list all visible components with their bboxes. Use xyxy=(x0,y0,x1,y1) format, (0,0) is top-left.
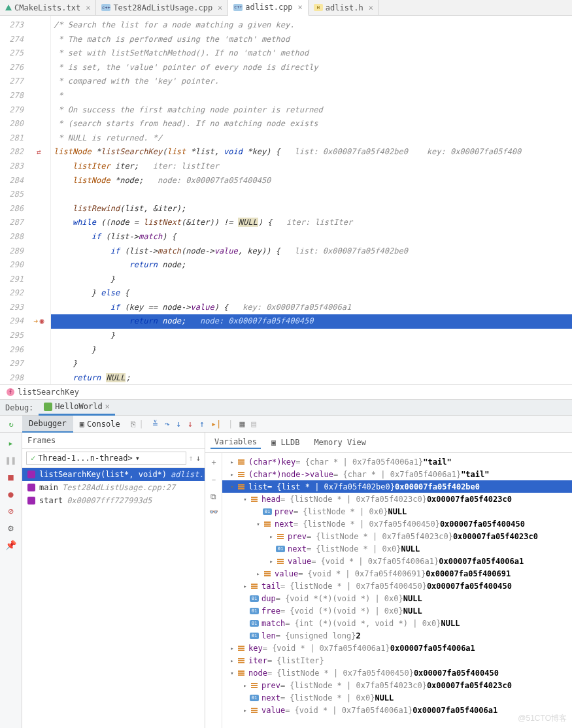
marker-row[interactable] xyxy=(27,301,50,315)
lldb-tab[interactable]: ▣ LLDB xyxy=(267,437,303,448)
duplicate-icon[interactable]: ⧉ xyxy=(210,492,216,501)
expand-icon[interactable]: ▾ xyxy=(254,521,263,527)
debugger-tab[interactable]: Debugger xyxy=(22,416,73,433)
marker-row[interactable] xyxy=(27,202,50,216)
variable-node[interactable]: ▸value = {void * | 0x7fa05f4006a1} 0x000… xyxy=(222,555,572,567)
variable-node[interactable]: ▸value = {void * | 0x7fa05f400691} 0x000… xyxy=(222,567,572,580)
variable-node[interactable]: ▾node = {listNode * | 0x7fa05f400450} 0x… xyxy=(222,667,572,679)
marker-row[interactable] xyxy=(27,61,50,75)
debug-config-tab[interactable]: HelloWorld × xyxy=(39,399,114,416)
expand-icon[interactable]: ▸ xyxy=(241,682,250,689)
code-line[interactable]: if (key == node->value) { key: 0x00007fa… xyxy=(51,301,572,315)
variable-node[interactable]: 01free = {void (*)(void *) | 0x0} NULL xyxy=(222,604,572,617)
stack-frame[interactable]: start 0x00007fff727993d5 xyxy=(22,494,205,507)
variable-node[interactable]: ▸(char*)node->value = {char * | 0x7fa05f… xyxy=(222,468,572,480)
marker-row[interactable] xyxy=(27,216,50,230)
code-line[interactable]: if (list->match) { xyxy=(51,230,572,244)
marker-row[interactable] xyxy=(27,329,50,343)
marker-row[interactable] xyxy=(27,46,50,61)
file-tab[interactable]: c++adlist.cpp× xyxy=(228,0,308,16)
code-line[interactable]: } else { xyxy=(51,286,572,301)
stack-frame[interactable]: listSearchKey(list*, void*) adlist.cpp xyxy=(22,468,205,481)
expand-icon[interactable]: ▸ xyxy=(267,533,276,540)
code-line[interactable] xyxy=(51,188,572,202)
code-line[interactable]: * NULL is returned. */ xyxy=(51,131,572,146)
code-line[interactable]: * compared with the 'key' pointer. xyxy=(51,74,572,89)
marker-row[interactable] xyxy=(27,103,50,118)
variable-node[interactable]: ▸iter = {listIter} xyxy=(222,654,572,667)
marker-row[interactable] xyxy=(27,89,50,103)
code-line[interactable]: return node; xyxy=(51,258,572,273)
close-icon[interactable]: × xyxy=(218,3,222,12)
expand-icon[interactable]: ▸ xyxy=(227,459,237,465)
next-frame-icon[interactable]: ↓ xyxy=(196,454,201,463)
variables-tab[interactable]: Variables xyxy=(210,436,261,449)
variables-tree[interactable]: ▸(char*)key = {char * | 0x7fa05f4006a1} … xyxy=(222,453,572,728)
code-line[interactable]: listNode *listSearchKey(list *list, void… xyxy=(51,145,572,159)
output-icon[interactable]: ⎘ xyxy=(131,420,135,429)
show-watches-icon[interactable]: 👓 xyxy=(209,508,218,516)
step-over-icon[interactable]: ↷ xyxy=(165,419,170,429)
marker-row[interactable]: ⇄ xyxy=(27,145,50,159)
variable-node[interactable]: 01len = {unsigned long} 2 xyxy=(222,629,572,642)
variable-node[interactable]: ▸tail = {listNode * | 0x7fa05f400450} 0x… xyxy=(222,580,572,592)
marker-row[interactable] xyxy=(27,273,50,287)
variable-node[interactable]: ▾head = {listNode * | 0x7fa05f4023c0} 0x… xyxy=(222,493,572,505)
expand-icon[interactable]: ▾ xyxy=(227,670,237,676)
code-line[interactable]: /* Search the list for a node matching a… xyxy=(51,18,572,33)
expand-icon[interactable]: ▾ xyxy=(241,496,250,503)
expand-icon[interactable]: ▸ xyxy=(241,707,250,714)
step-into-icon[interactable]: ↓ xyxy=(177,419,182,429)
code-line[interactable]: * xyxy=(51,89,572,103)
pin-icon[interactable]: 📌 xyxy=(5,540,16,550)
code-line[interactable]: * On success the first matching node poi… xyxy=(51,103,572,118)
code-line[interactable]: * The match is performed using the 'matc… xyxy=(51,33,572,47)
pause-icon[interactable]: ❚❚ xyxy=(5,455,16,465)
close-icon[interactable]: × xyxy=(298,3,303,12)
variable-node[interactable]: ▾next = {listNode * | 0x7fa05f400450} 0x… xyxy=(222,518,572,530)
stop-icon[interactable]: ■ xyxy=(8,472,13,482)
code-area[interactable]: /* Search the list for a node matching a… xyxy=(51,16,572,384)
prev-frame-icon[interactable]: ↑ xyxy=(189,454,193,463)
expand-icon[interactable]: ▸ xyxy=(241,583,250,589)
file-tab[interactable]: CMakeLists.txt× xyxy=(0,0,96,15)
marker-row[interactable] xyxy=(27,188,50,202)
code-line[interactable]: listRewind(list, &iter); xyxy=(51,202,572,216)
view-breakpoints-icon[interactable]: ● xyxy=(8,489,13,499)
variable-node[interactable]: ▾list = {list * | 0x7fa05f402be0} 0x0000… xyxy=(222,480,572,493)
resume-icon[interactable]: ▸ xyxy=(8,438,13,448)
file-tab[interactable]: c++Test28AdListUsage.cpp× xyxy=(96,0,228,15)
code-line[interactable]: * is set, the 'value' pointer of every n… xyxy=(51,61,572,75)
more-icon[interactable]: ▤ xyxy=(251,419,256,429)
code-line[interactable]: } xyxy=(51,343,572,357)
console-tab[interactable]: ▣Console xyxy=(73,416,127,432)
marker-row[interactable] xyxy=(27,371,50,384)
code-line[interactable]: listIter iter; iter: listIter xyxy=(51,159,572,174)
marker-row[interactable] xyxy=(27,343,50,357)
stack-frame[interactable]: main Test28AdListUsage.cpp:27 xyxy=(22,481,205,494)
code-line[interactable]: * set with listSetMatchMethod(). If no '… xyxy=(51,46,572,61)
run-to-cursor-icon[interactable]: ▸| xyxy=(211,419,222,429)
variable-node[interactable]: 01next = {listNode * | 0x0} NULL xyxy=(222,542,572,555)
code-line[interactable]: * (search starts from head). If no match… xyxy=(51,117,572,131)
marker-row[interactable] xyxy=(27,33,50,47)
marker-row[interactable] xyxy=(27,117,50,131)
thread-selector[interactable]: ✓ Thread-1...n-thread> ▾ ↑ ↓ xyxy=(22,449,205,468)
marker-row[interactable] xyxy=(27,74,50,89)
step-out-icon[interactable]: ↑ xyxy=(199,419,205,429)
variable-node[interactable]: 01dup = {void *(*)(void *) | 0x0} NULL xyxy=(222,592,572,604)
expand-icon[interactable]: ▸ xyxy=(227,471,237,478)
marker-row[interactable] xyxy=(27,244,50,259)
memory-view-tab[interactable]: Memory View xyxy=(310,437,369,448)
rerun-icon[interactable]: ↻ xyxy=(8,420,13,429)
frames-list[interactable]: listSearchKey(list*, void*) adlist.cppma… xyxy=(22,468,205,728)
variable-node[interactable]: ▸prev = {listNode * | 0x7fa05f4023c0} 0x… xyxy=(222,530,572,542)
code-line[interactable]: while ((node = listNext(&iter)) != NULL)… xyxy=(51,216,572,230)
mute-breakpoints-icon[interactable]: ⊘ xyxy=(8,506,13,516)
variable-node[interactable]: ▸(char*)key = {char * | 0x7fa05f4006a1} … xyxy=(222,455,572,468)
show-execution-point-icon[interactable]: ≚ xyxy=(153,419,158,429)
expand-icon[interactable]: ▾ xyxy=(227,484,237,490)
file-tab[interactable]: Hadlist.h× xyxy=(309,0,379,15)
expand-icon[interactable]: ▸ xyxy=(227,645,237,652)
marker-row[interactable] xyxy=(27,159,50,174)
